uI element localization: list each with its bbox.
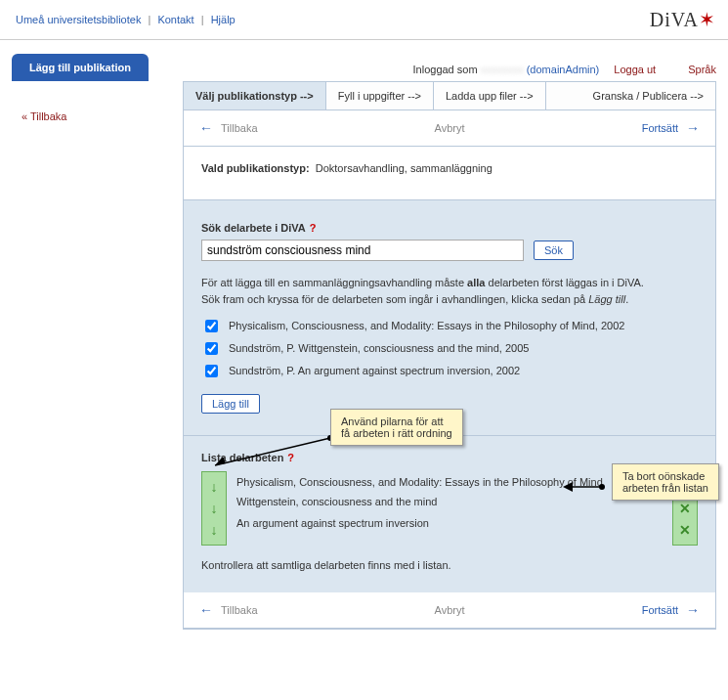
arrow-left-icon: ← bbox=[199, 602, 213, 618]
search-result: Physicalism, Consciousness, and Modality… bbox=[201, 319, 698, 335]
help-icon[interactable]: ? bbox=[310, 222, 317, 234]
add-button[interactable]: Lägg till bbox=[201, 394, 260, 414]
result-checkbox[interactable] bbox=[205, 342, 218, 355]
move-down-icon[interactable]: ↓ bbox=[211, 498, 218, 519]
help-link[interactable]: Hjälp bbox=[211, 14, 236, 25]
callout-reorder: Använd pilarna för attfå arbeten i rätt … bbox=[330, 409, 463, 446]
check-note: Kontrollera att samtliga delarbeten finn… bbox=[201, 559, 698, 571]
result-title: Sundström, P. Wittgenstein, consciousnes… bbox=[229, 341, 529, 356]
sidebar-back-link[interactable]: « Tillbaka bbox=[21, 110, 66, 122]
search-result: Sundström, P. Wittgenstein, consciousnes… bbox=[201, 341, 698, 358]
result-title: Physicalism, Consciousness, and Modality… bbox=[229, 319, 624, 333]
selected-pubtype: Vald publikationstyp: Doktorsavhandling,… bbox=[201, 162, 698, 174]
delete-icon[interactable]: ✕ bbox=[679, 519, 691, 541]
result-checkbox[interactable] bbox=[205, 320, 218, 332]
nav-forward[interactable]: Fortsätt → bbox=[642, 120, 700, 136]
delete-icon[interactable]: ✕ bbox=[679, 498, 691, 519]
nav-back-bottom[interactable]: ← Tillbaka bbox=[199, 602, 258, 618]
step-upload-files[interactable]: Ladda upp filer --> bbox=[434, 82, 546, 109]
result-title: Sundström, P. An argument against spectr… bbox=[229, 364, 520, 378]
result-checkbox[interactable] bbox=[205, 365, 218, 377]
svg-marker-5 bbox=[563, 482, 573, 492]
main-tab-add-publication[interactable]: Lägg till publikation bbox=[12, 54, 149, 81]
arrow-right-icon: → bbox=[686, 120, 700, 136]
logo: DiVA✶ bbox=[650, 8, 716, 31]
svg-line-0 bbox=[215, 438, 330, 465]
svg-point-4 bbox=[599, 484, 605, 490]
search-input[interactable] bbox=[201, 240, 524, 261]
search-result: Sundström, P. An argument against spectr… bbox=[201, 364, 698, 380]
move-down-icon[interactable]: ↓ bbox=[211, 519, 218, 541]
callout-remove: Ta bort oönskadearbeten från listan bbox=[612, 463, 719, 501]
login-status: Inloggad som xxxxxxxx (domainAdmin) Logg… bbox=[149, 64, 716, 81]
instructions: För att lägga till en sammanläggningsavh… bbox=[201, 275, 698, 307]
topbar-links: Umeå universitetsbibliotek | Kontakt | H… bbox=[12, 14, 239, 25]
arrow-right-icon: → bbox=[686, 602, 700, 618]
list-item: An argument against spectrum inversion bbox=[236, 512, 623, 534]
arrow-left-icon: ← bbox=[199, 120, 213, 136]
reorder-column: ↓ ↓ ↓ bbox=[201, 471, 227, 546]
contact-link[interactable]: Kontakt bbox=[157, 14, 193, 25]
nav-cancel-bottom[interactable]: Avbryt bbox=[258, 604, 642, 616]
library-link[interactable]: Umeå universitetsbibliotek bbox=[16, 14, 141, 25]
step-choose-type[interactable]: Välj publikationstyp --> bbox=[184, 82, 326, 109]
logout-link[interactable]: Logga ut bbox=[614, 64, 656, 75]
svg-marker-2 bbox=[215, 457, 226, 465]
step-fill-details[interactable]: Fyll i uppgifter --> bbox=[326, 82, 434, 109]
language-link[interactable]: Språk bbox=[688, 64, 716, 75]
search-button[interactable]: Sök bbox=[534, 241, 574, 260]
nav-cancel[interactable]: Avbryt bbox=[258, 122, 642, 134]
search-label: Sök delarbete i DiVA? bbox=[201, 222, 698, 234]
nav-forward-bottom[interactable]: Fortsätt → bbox=[642, 602, 700, 618]
step-tabs: Välj publikationstyp --> Fyll i uppgifte… bbox=[184, 82, 715, 110]
nav-back[interactable]: ← Tillbaka bbox=[199, 120, 258, 136]
username: xxxxxxxx bbox=[481, 64, 524, 75]
user-role: (domainAdmin) bbox=[527, 64, 600, 75]
step-review-publish[interactable]: Granska / Publicera --> bbox=[581, 82, 715, 109]
move-down-icon[interactable]: ↓ bbox=[211, 476, 218, 498]
